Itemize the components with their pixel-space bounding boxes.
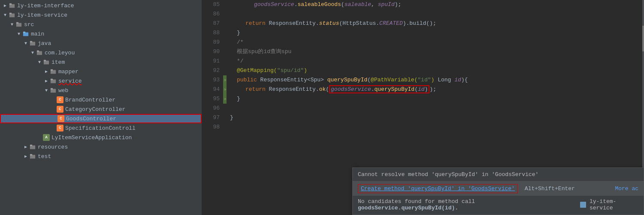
sidebar-item-test[interactable]: test bbox=[0, 152, 202, 161]
tree-item-label: LyItemServiceApplication bbox=[51, 134, 132, 141]
tree-arrow bbox=[2, 12, 9, 18]
code-line-98 bbox=[227, 122, 644, 132]
file-tree: ly-item-interface ly-item-service src ma… bbox=[0, 0, 202, 215]
create-method-link[interactable]: Create method 'querySpuById' in 'GoodsSe… bbox=[358, 184, 518, 193]
sidebar-item-GoodsController[interactable]: C GoodsController bbox=[0, 114, 202, 123]
folder-icon bbox=[29, 153, 36, 160]
svg-rect-21 bbox=[30, 145, 32, 146]
class-icon: C bbox=[57, 115, 64, 122]
popup-method-call: goodsService.querySpuById(id). bbox=[358, 205, 458, 211]
tree-item-label: mapper bbox=[58, 69, 79, 75]
sidebar-item-service[interactable]: service bbox=[0, 76, 202, 86]
sidebar-item-ly-item-interface[interactable]: ly-item-interface bbox=[0, 1, 202, 10]
code-line-90: 根据spu的id查询spu bbox=[227, 47, 644, 57]
popup-error-row: Cannot resolve method 'querySpuById' in … bbox=[353, 168, 644, 182]
code-line-94: return ResponseEntity.ok(goodsService.qu… bbox=[227, 85, 644, 94]
tree-arrow bbox=[15, 30, 22, 37]
tree-item-label: item bbox=[51, 59, 65, 66]
folder-icon bbox=[50, 87, 57, 94]
sidebar-item-ly-item-service[interactable]: ly-item-service bbox=[0, 10, 202, 20]
tree-item-label: java bbox=[38, 40, 51, 47]
tree-item-label: SpecificationControll bbox=[65, 125, 136, 131]
code-line-85: goodsService.saleableGoods(saleable, spu… bbox=[227, 0, 644, 9]
tree-arrow bbox=[9, 21, 15, 28]
code-line-95: } bbox=[227, 94, 644, 104]
tree-item-label: main bbox=[31, 31, 44, 37]
sidebar-item-LyItemServiceApplication[interactable]: A LyItemServiceApplication bbox=[0, 133, 202, 142]
svg-rect-3 bbox=[9, 13, 12, 15]
tree-item-label: resources bbox=[38, 144, 68, 150]
tree-item-label: BrandController bbox=[65, 97, 115, 103]
svg-rect-13 bbox=[44, 60, 46, 62]
popup-service-label: ly-item-service bbox=[590, 198, 638, 211]
service-icon bbox=[580, 202, 586, 208]
tree-item-label: ly-item-interface bbox=[17, 3, 74, 9]
tree-arrow bbox=[43, 78, 50, 84]
line-numbers: 85 86 87 88 89 90 91 92 93 94 95 96 97 9… bbox=[202, 0, 223, 215]
sidebar-item-java[interactable]: java bbox=[0, 39, 202, 48]
svg-rect-19 bbox=[51, 88, 53, 90]
editor-gutter bbox=[223, 0, 227, 215]
class-icon: C bbox=[57, 106, 63, 113]
popup-info-row: No candidates found for method call good… bbox=[353, 196, 644, 215]
code-line-86 bbox=[227, 9, 644, 19]
tree-arrow bbox=[43, 68, 50, 75]
svg-rect-5 bbox=[16, 22, 18, 24]
popup-more-link[interactable]: More ac bbox=[615, 185, 638, 192]
code-line-88: } bbox=[227, 28, 644, 38]
code-line-97: } bbox=[227, 113, 644, 122]
folder-icon bbox=[50, 68, 57, 75]
sidebar-item-CategoryController[interactable]: C CategoryController bbox=[0, 105, 202, 114]
scrollbar-thumb[interactable] bbox=[642, 26, 644, 51]
tree-arrow bbox=[2, 2, 9, 9]
folder-icon bbox=[15, 21, 22, 28]
app-icon: A bbox=[43, 134, 50, 141]
folder-icon bbox=[22, 30, 29, 37]
code-line-96 bbox=[227, 104, 644, 113]
code-line-87: return ResponseEntity.status(HttpStatus.… bbox=[227, 19, 644, 28]
class-icon: C bbox=[57, 125, 63, 131]
svg-rect-23 bbox=[30, 154, 32, 156]
folder-icon bbox=[50, 78, 57, 84]
tree-item-label: GoodsController bbox=[66, 116, 116, 122]
svg-rect-9 bbox=[30, 41, 32, 43]
tree-arrow bbox=[43, 87, 50, 94]
sidebar-item-item[interactable]: item bbox=[0, 57, 202, 67]
sidebar-item-src[interactable]: src bbox=[0, 20, 202, 29]
tree-item-label: service bbox=[58, 78, 82, 84]
tree-item-label: src bbox=[24, 21, 34, 28]
sidebar-item-SpecificationControll[interactable]: C SpecificationControll bbox=[0, 123, 202, 133]
folder-icon bbox=[9, 12, 15, 18]
sidebar-item-com-leyou[interactable]: com.leyou bbox=[0, 48, 202, 57]
class-icon: C bbox=[57, 96, 63, 103]
code-line-92: @GetMapping("spu/id") bbox=[227, 66, 644, 75]
svg-rect-7 bbox=[23, 32, 25, 33]
popup-no-candidates: No candidates found for method call good… bbox=[358, 198, 573, 211]
folder-icon bbox=[9, 2, 15, 9]
code-line-89: /* bbox=[227, 38, 644, 47]
svg-rect-15 bbox=[51, 69, 53, 71]
folder-icon bbox=[43, 59, 50, 66]
sidebar-item-BrandController[interactable]: C BrandController bbox=[0, 95, 202, 105]
code-line-91: */ bbox=[227, 57, 644, 66]
tree-arrow bbox=[36, 59, 43, 66]
popup-action-row[interactable]: Create method 'querySpuById' in 'GoodsSe… bbox=[353, 182, 644, 196]
tree-arrow bbox=[22, 40, 29, 47]
sidebar-item-resources[interactable]: resources bbox=[0, 142, 202, 152]
sidebar-item-web[interactable]: web bbox=[0, 86, 202, 95]
svg-rect-1 bbox=[9, 3, 12, 5]
tree-item-label: com.leyou bbox=[45, 50, 75, 56]
popup-shortcut: Alt+Shift+Enter bbox=[525, 185, 575, 192]
tree-item-label: ly-item-service bbox=[17, 12, 67, 18]
tree-arrow bbox=[22, 143, 29, 150]
sidebar-item-mapper[interactable]: mapper bbox=[0, 67, 202, 76]
tree-item-label: web bbox=[58, 87, 68, 94]
svg-rect-11 bbox=[37, 51, 39, 52]
sidebar-item-main[interactable]: main bbox=[0, 29, 202, 39]
quick-fix-popup: Cannot resolve method 'querySpuById' in … bbox=[352, 167, 644, 215]
popup-error-text: Cannot resolve method 'querySpuById' in … bbox=[358, 171, 538, 178]
folder-icon bbox=[29, 143, 36, 150]
svg-rect-17 bbox=[51, 79, 53, 81]
code-editor: 85 86 87 88 89 90 91 92 93 94 95 96 97 9… bbox=[202, 0, 644, 215]
tree-item-label: CategoryController bbox=[65, 106, 125, 113]
